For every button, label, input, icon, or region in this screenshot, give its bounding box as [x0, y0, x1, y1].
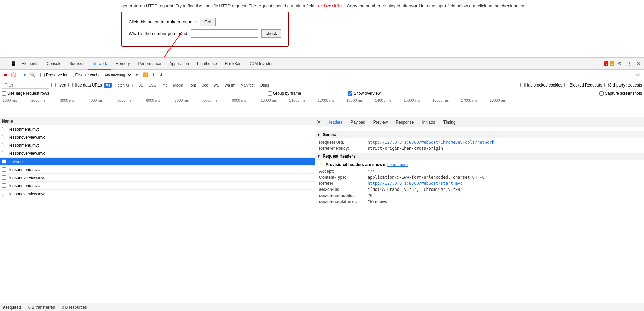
details-close-button[interactable]: ✕: [315, 117, 323, 127]
referer-val: http://127.0.0.1:8080/WebGoat/start.mvc: [368, 181, 463, 186]
row-checkbox[interactable]: [2, 167, 6, 172]
list-item[interactable]: lessonoverview.mvc: [0, 174, 315, 182]
number-input[interactable]: [191, 29, 258, 38]
third-party-checkbox[interactable]: 3rd-party requests: [604, 83, 642, 88]
invert-checkbox[interactable]: Invert: [51, 83, 66, 88]
details-tab-headers[interactable]: Headers: [323, 117, 346, 127]
row-checkbox[interactable]: [2, 151, 6, 156]
tab-dominvader[interactable]: DOM Invader: [245, 58, 277, 70]
filter-input[interactable]: [2, 82, 49, 89]
filter-all[interactable]: All: [104, 83, 112, 88]
arrow-overlay: [0, 0, 644, 57]
go-button[interactable]: Go!: [200, 18, 216, 26]
filter-media[interactable]: Media: [172, 83, 185, 88]
tl-6000: 6000 ms: [146, 98, 175, 102]
tl-4000: 4000 ms: [89, 98, 117, 102]
row-checkbox[interactable]: [2, 159, 6, 164]
details-tab-timing[interactable]: Timing: [439, 117, 460, 127]
group-by-frame-checkbox[interactable]: Group by frame: [268, 91, 301, 96]
hide-data-urls-checkbox[interactable]: Hide data URLs: [68, 83, 102, 88]
download-icon[interactable]: ⬇: [158, 72, 165, 78]
row-checkbox[interactable]: [2, 143, 6, 147]
upload-icon[interactable]: ⬆: [150, 72, 157, 78]
row-checkbox[interactable]: [2, 183, 6, 188]
large-rows-checkbox[interactable]: Use large request rows: [2, 91, 49, 96]
tab-application[interactable]: Application: [165, 58, 193, 70]
row-checkbox[interactable]: [2, 135, 6, 139]
disable-cache-checkbox[interactable]: Disable cache: [70, 73, 100, 77]
filter-fetch-xhr[interactable]: Fetch/XHR: [114, 83, 135, 88]
wifi-icon[interactable]: 📶: [142, 72, 149, 78]
tab-lighthouse[interactable]: Lighthouse: [193, 58, 221, 70]
blocked-requests-checkbox[interactable]: Blocked Requests: [564, 83, 602, 88]
list-item[interactable]: lessonoverview.mvc: [0, 190, 315, 198]
row-checkbox[interactable]: [2, 175, 6, 180]
tl-8000: 8000 ms: [203, 98, 232, 102]
list-item[interactable]: lessonmenu.mvc: [0, 125, 315, 133]
filter-font[interactable]: Font: [187, 83, 198, 88]
row-checkbox[interactable]: [2, 192, 6, 196]
check-row: What is the number you found: check: [129, 29, 281, 38]
referrer-policy-key: Referrer Policy:: [319, 146, 366, 151]
clear-button[interactable]: 🚫: [10, 72, 17, 78]
learn-more-link[interactable]: Learn more: [387, 162, 408, 167]
has-blocked-cookies-checkbox[interactable]: Has blocked cookies: [520, 83, 562, 88]
more-icon[interactable]: ⋮: [625, 60, 633, 68]
list-item[interactable]: lessonmenu.mvc: [0, 141, 315, 149]
group-by-frame-label: Group by frame: [273, 91, 301, 96]
content-type-val: application/x-www-form-urlencoded; chars…: [368, 175, 485, 180]
list-item-selected[interactable]: network: [0, 158, 315, 166]
capture-screenshots-checkbox[interactable]: Capture screenshots: [599, 91, 642, 96]
throttle-select[interactable]: No throttling: [102, 72, 132, 78]
device-icon[interactable]: 📱: [9, 60, 18, 68]
network-settings-icon[interactable]: ⚙: [634, 71, 642, 79]
throttle-down-icon[interactable]: ▼: [134, 72, 141, 78]
details-tab-initiator[interactable]: Initiator: [418, 117, 439, 127]
preserve-log-checkbox[interactable]: Preserve log: [40, 73, 68, 77]
filter-css[interactable]: CSS: [147, 83, 158, 88]
filter-bar: Invert Hide data URLs All Fetch/XHR JS C…: [0, 80, 644, 90]
options-row: Use large request rows Group by frame Sh…: [0, 90, 644, 97]
disable-cache-input[interactable]: [70, 73, 74, 77]
filter-icon[interactable]: ▼: [21, 72, 28, 78]
tab-console[interactable]: Console: [42, 58, 65, 70]
inspect-icon[interactable]: ⬚: [1, 60, 9, 68]
devtools-panel: ⬚ 📱 Elements Console Sources Network Mem…: [0, 57, 644, 311]
details-tab-preview[interactable]: Preview: [369, 117, 392, 127]
request-list-body[interactable]: lessonmenu.mvc lessonoverview.mvc lesson…: [0, 125, 315, 303]
list-item[interactable]: lessonoverview.mvc: [0, 149, 315, 158]
filter-manifest[interactable]: Manifest: [239, 83, 256, 88]
list-item[interactable]: lessonoverview.mvc: [0, 133, 315, 141]
preserve-log-input[interactable]: [40, 73, 45, 77]
tab-network[interactable]: Network: [88, 58, 111, 70]
tab-memory[interactable]: Memory: [111, 58, 134, 70]
resources-size: 0 B resources: [62, 305, 87, 310]
filter-ws[interactable]: WS: [212, 83, 221, 88]
show-overview-checkbox[interactable]: Show overview: [348, 91, 381, 96]
filter-doc[interactable]: Doc: [200, 83, 210, 88]
invert-label: Invert: [56, 83, 66, 88]
tab-performance[interactable]: Performance: [134, 58, 165, 70]
tab-elements[interactable]: Elements: [18, 58, 42, 70]
row-checkbox[interactable]: [2, 127, 6, 131]
filter-js[interactable]: JS: [137, 83, 145, 88]
request-headers-section-header[interactable]: Request Headers: [315, 153, 644, 160]
details-tab-response[interactable]: Response: [392, 117, 418, 127]
record-button[interactable]: ⏺: [2, 72, 9, 78]
settings-icon[interactable]: ⚙: [616, 60, 624, 68]
search-icon[interactable]: 🔍: [29, 72, 36, 78]
tl-17000: 17000 ms: [461, 98, 490, 102]
list-item[interactable]: lessonmenu.mvc: [0, 166, 315, 174]
tab-hackbar[interactable]: HackBar: [221, 58, 245, 70]
general-section-header[interactable]: General: [315, 131, 644, 138]
details-tab-payload[interactable]: Payload: [346, 117, 369, 127]
filter-wasm[interactable]: Wasm: [223, 83, 237, 88]
list-item[interactable]: lessonmenu.mvc: [0, 182, 315, 190]
tab-sources[interactable]: Sources: [65, 58, 88, 70]
close-icon[interactable]: ✕: [635, 60, 643, 68]
filter-img[interactable]: Img: [160, 83, 169, 88]
filter-other[interactable]: Other: [258, 83, 271, 88]
check-button[interactable]: check: [261, 29, 281, 38]
request-url-val: http://127.0.0.1:8080/WebGoat/ChromeDevT…: [368, 140, 494, 145]
tl-7000: 7000 ms: [175, 98, 203, 102]
